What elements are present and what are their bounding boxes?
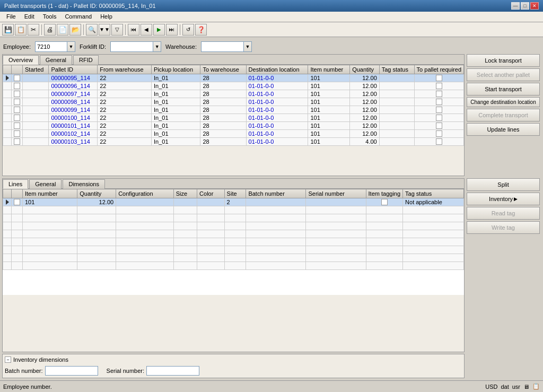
cell-qty: 12.00 — [350, 82, 380, 90]
copy-button[interactable]: 📋 — [15, 24, 27, 36]
cell-to-pallet[interactable] — [414, 122, 463, 130]
row-checkbox[interactable] — [12, 198, 23, 206]
cell-qty: 12.00 — [350, 130, 380, 138]
print-button[interactable]: 🖨 — [44, 24, 56, 36]
cut-button[interactable]: ✂ — [28, 24, 39, 36]
tab-dimensions[interactable]: Dimensions — [63, 179, 104, 189]
employee-dropdown-btn[interactable]: ▼ — [67, 41, 75, 52]
overview-table-row[interactable]: 00000099_114 22 In_01 28 01-01-0-0 101 1… — [3, 106, 464, 114]
tab-lines-general[interactable]: General — [29, 179, 62, 189]
cell-to-pallet[interactable] — [414, 82, 463, 90]
batch-number-input[interactable] — [45, 366, 98, 376]
col-started: Started — [23, 65, 49, 74]
row-checkbox[interactable] — [12, 74, 23, 82]
overview-table-row[interactable]: 00000098_114 22 In_01 28 01-01-0-0 101 1… — [3, 98, 464, 106]
row-checkbox[interactable] — [12, 138, 23, 146]
menu-command[interactable]: Command — [60, 13, 96, 21]
status-message: Employee number. — [3, 384, 52, 390]
cell-tagging[interactable] — [366, 198, 403, 206]
filter2-button[interactable]: ▼▼ — [99, 24, 110, 36]
prev-button[interactable]: ◀ — [141, 24, 152, 36]
minimize-button[interactable]: — — [511, 2, 520, 10]
read-tag-button[interactable]: Read tag — [467, 207, 540, 220]
open-button[interactable]: 📂 — [69, 24, 81, 36]
cell-item: 101 — [308, 106, 350, 114]
row-checkbox[interactable] — [12, 114, 23, 122]
forklift-input[interactable] — [110, 41, 153, 52]
tab-rfid[interactable]: RFID — [73, 55, 99, 65]
cell-qty: 12.00 — [350, 106, 380, 114]
split-button[interactable]: Split — [467, 178, 540, 191]
row-checkbox[interactable] — [12, 90, 23, 98]
filter-button[interactable]: 🔍 — [86, 24, 98, 36]
first-button[interactable]: ⏮ — [128, 24, 139, 36]
update-lines-button[interactable]: Update lines — [467, 123, 540, 136]
overview-table-row[interactable]: 00000100_114 22 In_01 28 01-01-0-0 101 1… — [3, 114, 464, 122]
cell-to-pallet[interactable] — [414, 114, 463, 122]
select-another-pallet-button[interactable]: Select another pallet — [467, 68, 540, 81]
lines-col-tagging: Item tagging — [366, 189, 403, 198]
help-button[interactable]: ❓ — [195, 24, 207, 36]
cell-to-pallet[interactable] — [414, 98, 463, 106]
overview-grid: Started Pallet ID From warehouse Pickup … — [3, 65, 464, 173]
top-section: Overview General RFID Started Palle — [2, 54, 541, 176]
overview-table-row[interactable]: 00000096_114 22 In_01 28 01-01-0-0 101 1… — [3, 82, 464, 90]
toolbar: 💾 📋 ✂ 🖨 📄 📂 🔍 ▼▼ ▽ ⏮ ◀ ▶ ⏭ ↺ ❓ — [0, 22, 543, 37]
overview-table-row[interactable]: 00000101_114 22 In_01 28 01-01-0-0 101 1… — [3, 122, 464, 130]
warehouse-dropdown-btn[interactable]: ▼ — [243, 41, 252, 52]
cell-to-pallet[interactable] — [414, 106, 463, 114]
row-checkbox[interactable] — [12, 130, 23, 138]
lines-table-row[interactable]: 101 12.00 2 Not applicable — [3, 198, 464, 206]
inventory-button[interactable]: Inventory ▶ — [467, 193, 540, 205]
employee-row: Employee: ▼ Forklift ID: ▼ Warehouse: ▼ — [2, 39, 541, 54]
cell-to-pallet[interactable] — [414, 138, 463, 146]
expand-inv-dimensions-btn[interactable]: − — [5, 356, 11, 363]
menu-tools[interactable]: Tools — [39, 13, 61, 21]
filter3-button[interactable]: ▽ — [111, 24, 123, 36]
forklift-dropdown-btn[interactable]: ▼ — [153, 41, 161, 52]
employee-input[interactable] — [35, 41, 67, 52]
row-indicator — [3, 138, 12, 146]
serial-number-input[interactable] — [146, 366, 199, 376]
refresh-button[interactable]: ↺ — [182, 24, 194, 36]
cell-to-pallet[interactable] — [414, 90, 463, 98]
next-button[interactable]: ▶ — [153, 24, 165, 36]
overview-table-row[interactable]: 00000103_114 22 In_01 28 01-01-0-0 101 4… — [3, 138, 464, 146]
row-indicator — [3, 82, 12, 90]
save-button[interactable]: 💾 — [2, 24, 14, 36]
overview-table-row[interactable]: 00000095_114 22 In_01 28 01-01-0-0 101 1… — [3, 74, 464, 82]
close-button[interactable]: ✕ — [530, 2, 539, 10]
start-transport-button[interactable]: Start transport — [467, 83, 540, 95]
lines-tab-container: Lines General Dimensions Item number — [2, 178, 465, 352]
row-checkbox[interactable] — [12, 106, 23, 114]
cell-qty: 12.00 — [77, 198, 116, 206]
last-button[interactable]: ⏭ — [166, 24, 178, 36]
lock-transport-button[interactable]: Lock transport — [467, 54, 540, 67]
tab-lines[interactable]: Lines — [3, 179, 28, 189]
cell-to-wh: 28 — [200, 82, 246, 90]
cell-pickup: In_01 — [152, 74, 200, 82]
cell-to-wh: 28 — [200, 138, 246, 146]
cell-to-pallet[interactable] — [414, 130, 463, 138]
change-destination-button[interactable]: Change destination location — [467, 97, 540, 107]
cell-tag-status — [379, 122, 414, 130]
separator — [41, 24, 42, 35]
row-checkbox[interactable] — [12, 122, 23, 130]
inv-dimensions-label: Inventory dimensions — [13, 356, 68, 363]
cell-to-pallet[interactable] — [414, 74, 463, 82]
menu-edit[interactable]: Edit — [20, 13, 39, 21]
complete-transport-button[interactable]: Complete transport — [467, 109, 540, 121]
row-checkbox[interactable] — [12, 98, 23, 106]
overview-table-row[interactable]: 00000102_114 22 In_01 28 01-01-0-0 101 1… — [3, 130, 464, 138]
menu-help[interactable]: Help — [96, 13, 117, 21]
maximize-button[interactable]: □ — [521, 2, 529, 10]
cell-qty: 12.00 — [350, 74, 380, 82]
tab-overview[interactable]: Overview — [3, 55, 39, 65]
tab-general[interactable]: General — [40, 55, 72, 65]
row-checkbox[interactable] — [12, 82, 23, 90]
menu-file[interactable]: File — [2, 13, 20, 21]
new-button[interactable]: 📄 — [57, 24, 68, 36]
overview-table-row[interactable]: 00000097_114 22 In_01 28 01-01-0-0 101 1… — [3, 90, 464, 98]
write-tag-button[interactable]: Write tag — [467, 221, 540, 234]
warehouse-input[interactable] — [201, 41, 243, 52]
